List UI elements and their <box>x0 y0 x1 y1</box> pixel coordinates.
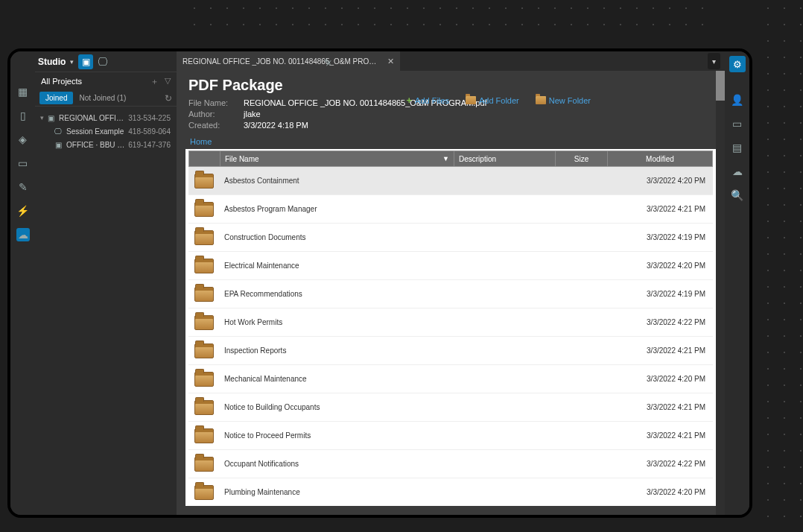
tree-item-label: OFFICE · BBU T5 Job No... <box>66 141 128 149</box>
row-file-name: Electrical Maintenance <box>220 262 455 270</box>
table-row[interactable]: Inspection Reports3/3/2022 4:21 PM <box>188 337 713 365</box>
row-modified: 3/3/2022 4:22 PM <box>609 318 713 326</box>
tree-project-item[interactable]: ▣ OFFICE · BBU T5 Job No... 619-147-376 <box>38 138 174 151</box>
layers-icon[interactable]: ◈ <box>16 133 30 146</box>
projects-header: All Projects ＋ ▽ <box>35 72 177 90</box>
table-row[interactable]: Notice to Proceed Permits3/3/2022 4:21 P… <box>188 422 713 450</box>
table-row[interactable]: Electrical Maintenance3/3/2022 4:20 PM <box>188 252 713 280</box>
row-file-name: Asbestos Containment <box>220 177 455 185</box>
page-title: PDF Package <box>188 77 713 94</box>
row-icon <box>188 485 220 500</box>
new-folder-button[interactable]: New Folder <box>536 95 591 106</box>
row-icon <box>188 259 220 273</box>
row-modified: 3/3/2022 4:21 PM <box>609 346 713 355</box>
tree-project-root[interactable]: ▾ ▣ REGIONAL OFFICE TER... 313-534-225 <box>38 111 174 124</box>
tree-item-id: 418-589-064 <box>128 127 174 136</box>
row-modified: 3/3/2022 4:20 PM <box>609 177 713 185</box>
col-description[interactable]: Description <box>454 151 556 166</box>
twisty-icon[interactable]: ▾ <box>38 114 45 121</box>
table-body: Asbestos Containment3/3/2022 4:20 PMAsbe… <box>188 167 713 503</box>
folder-icon <box>194 400 214 415</box>
studio-sidebar: Studio ▾ ▣ 🖵 All Projects ＋ ▽ Joined Not… <box>35 51 177 515</box>
breadcrumb: Home <box>177 133 725 149</box>
plus-icon: + <box>406 95 412 106</box>
cloud-sync-icon[interactable]: ☁ <box>731 165 744 178</box>
table-row[interactable]: Construction Documents3/3/2022 4:19 PM <box>188 224 713 252</box>
new-folder-label: New Folder <box>549 96 591 105</box>
row-icon <box>188 457 220 472</box>
folder-icon <box>194 315 214 330</box>
project-icon: ▣ <box>53 141 63 149</box>
left-icon-rail: ▦ ▯ ◈ ▭ ✎ ⚡ ☁ <box>10 51 35 515</box>
tab-selector[interactable]: ▾ <box>708 53 720 69</box>
tree-item-id: 619-147-376 <box>128 141 174 149</box>
add-files-button[interactable]: + Add Files <box>406 95 448 106</box>
tree-session-item[interactable]: 🖵 Session Example 418-589-064 <box>38 124 174 138</box>
briefcase-icon[interactable]: ▭ <box>16 156 30 170</box>
row-icon <box>188 230 220 245</box>
row-file-name: Mechanical Maintenance <box>220 375 455 383</box>
col-file-name[interactable]: File Name ▼ <box>220 151 454 166</box>
user-icon[interactable]: 👤 <box>731 93 744 107</box>
folder-icon <box>536 96 546 104</box>
refresh-icon[interactable]: ↻ <box>165 93 172 104</box>
tab-not-joined[interactable]: Not Joined (1) <box>73 92 132 104</box>
table-row[interactable]: Notice to Building Occupants3/3/2022 4:2… <box>188 393 713 422</box>
chevron-down-icon[interactable]: ▾ <box>70 58 74 66</box>
row-modified: 3/3/2022 4:22 PM <box>609 460 713 468</box>
row-file-name: Construction Documents <box>220 233 455 241</box>
table-row[interactable]: Plumbing Maintenance3/3/2022 4:20 PM <box>188 478 713 503</box>
add-project-icon[interactable]: ＋ <box>150 76 159 87</box>
table-row[interactable]: Hot Work Permits3/3/2022 4:22 PM <box>188 308 713 337</box>
col-modified[interactable]: Modified <box>608 151 712 166</box>
table-row[interactable]: Mechanical Maintenance3/3/2022 4:20 PM <box>188 365 713 393</box>
projects-view-icon[interactable]: ▣ <box>78 54 93 69</box>
cloud-icon[interactable]: ☁ <box>16 228 30 241</box>
pencil-icon[interactable]: ✎ <box>16 180 30 194</box>
breadcrumb-home[interactable]: Home <box>190 137 212 146</box>
project-tree: ▾ ▣ REGIONAL OFFICE TER... 313-534-225 🖵… <box>35 107 177 156</box>
table-row[interactable]: EPA Recommendations3/3/2022 4:19 PM <box>188 280 713 308</box>
folder-icon <box>194 343 214 358</box>
package-actions: + Add Files Add Folder New Folder <box>406 95 591 106</box>
monitor-icon[interactable]: 🖵 <box>98 56 108 68</box>
table-row[interactable]: Occupant Notifications3/3/2022 4:22 PM <box>188 450 713 478</box>
background-dots-top <box>186 0 708 37</box>
row-file-name: Notice to Building Occupants <box>220 403 455 411</box>
created-value: 3/3/2022 4:18 PM <box>244 121 308 130</box>
grid-icon[interactable]: ▦ <box>16 85 30 98</box>
tree-item-id: 313-534-225 <box>128 114 174 122</box>
studio-header: Studio ▾ ▣ 🖵 <box>35 51 177 72</box>
comment-icon[interactable]: ▭ <box>731 117 744 130</box>
gear-icon[interactable]: ⚙ <box>729 56 746 72</box>
row-file-name: Inspection Reports <box>220 346 455 355</box>
col-icon[interactable] <box>189 151 220 166</box>
folder-icon <box>194 230 214 245</box>
project-tabs: Joined Not Joined (1) ↻ <box>35 90 177 107</box>
scrollbar-thumb[interactable] <box>716 71 725 101</box>
vertical-scrollbar[interactable] <box>716 71 725 515</box>
row-modified: 3/3/2022 4:21 PM <box>609 403 713 411</box>
filter-icon[interactable]: ▽ <box>165 76 171 87</box>
folder-icon <box>194 372 214 387</box>
row-icon <box>188 315 220 330</box>
tab-joined[interactable]: Joined <box>39 92 73 104</box>
sheet-icon[interactable]: ▤ <box>731 141 744 154</box>
add-folder-button[interactable]: Add Folder <box>466 95 519 106</box>
search-icon[interactable]: 🔍 <box>731 189 744 202</box>
table-row[interactable]: Asbestos Containment3/3/2022 4:20 PM <box>188 167 713 195</box>
row-icon <box>188 400 220 415</box>
tree-item-label: REGIONAL OFFICE TER... <box>59 114 128 122</box>
row-icon <box>188 202 220 217</box>
col-size[interactable]: Size <box>556 151 608 166</box>
right-icon-rail: ⚙ 👤 ▭ ▤ ☁ 🔍 <box>725 51 749 515</box>
page-icon[interactable]: ▯ <box>16 109 30 122</box>
row-modified: 3/3/2022 4:19 PM <box>609 290 713 298</box>
document-tab[interactable]: REGIONAL OFFICE _JOB NO. 0011484865_O&M … <box>177 51 400 71</box>
close-icon[interactable]: ✕ <box>387 57 394 66</box>
bolt-icon[interactable]: ⚡ <box>16 204 30 218</box>
row-icon <box>188 174 220 189</box>
row-file-name: Occupant Notifications <box>220 460 455 468</box>
edit-pencil-icon[interactable]: ✎̷ <box>324 57 331 68</box>
table-row[interactable]: Asbestos Program Manager3/3/2022 4:21 PM <box>188 195 713 224</box>
